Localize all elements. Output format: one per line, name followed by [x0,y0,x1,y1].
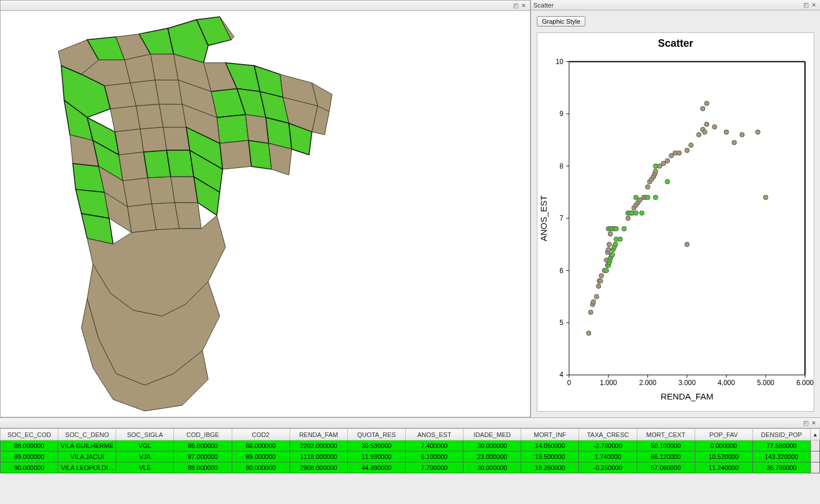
scatter-point[interactable] [645,185,650,189]
table-cell[interactable]: VILA LEOPOLDI... [58,462,116,473]
scatter-point[interactable] [703,130,707,135]
table-cell[interactable]: VILA GUILHERME [58,440,116,451]
scatter-point[interactable] [598,279,603,283]
undock-icon[interactable]: ◰ [802,1,810,9]
scatter-point[interactable] [713,125,717,129]
table-cell[interactable]: 2908.000000 [290,462,347,473]
scatter-point[interactable] [704,101,709,106]
scatter-point[interactable] [685,242,689,247]
table-cell[interactable]: -0.250000 [579,462,637,473]
close-icon[interactable]: ✕ [520,2,528,10]
scatter-point[interactable] [633,195,638,200]
table-cell[interactable]: 57.060000 [637,462,695,473]
scatter-point[interactable] [645,195,650,200]
scatter-point[interactable] [763,195,768,200]
close-icon[interactable]: ✕ [810,419,818,427]
col-header[interactable]: QUOTA_RES [347,429,405,440]
col-header[interactable]: MORT_INF [521,429,579,440]
scatter-point[interactable] [653,195,658,200]
col-header[interactable]: DENSID_POP [752,429,810,440]
table-cell[interactable]: 30.530000 [347,440,405,451]
scatter-point[interactable] [622,226,626,231]
col-header[interactable]: MORT_CEXT [637,429,695,440]
scatter-point[interactable] [653,164,658,169]
scatter-point[interactable] [640,211,644,215]
scatter-point[interactable] [665,159,670,163]
scroll-up-icon[interactable]: ▴ [811,429,820,440]
scatter-chart[interactable]: Scatter 01.0002.0003.0004.0005.0006.0004… [537,32,814,412]
col-header[interactable]: COD_IBGE [174,429,232,440]
scatter-point[interactable] [606,247,611,252]
scatter-point[interactable] [607,242,611,247]
col-header[interactable]: SOC_C_DENO [58,429,116,440]
table-cell[interactable]: 11.240000 [695,462,752,473]
table-cell[interactable]: 88.000000 [232,440,290,451]
col-header[interactable]: COD2 [232,429,290,440]
data-table[interactable]: SOC_EC_CODSOC_C_DENOSOC_SIGLACOD_IBGECOD… [0,428,820,504]
col-header[interactable]: ANOS_EST [405,429,463,440]
table-cell[interactable]: 44.390000 [347,462,405,473]
table-cell[interactable]: 10.520000 [695,451,752,462]
scatter-point[interactable] [596,284,601,289]
table-cell[interactable]: 50.100000 [637,440,695,451]
table-cell[interactable]: 30.000000 [463,440,521,451]
table-cell[interactable]: 89.000000 [232,451,290,462]
table-cell[interactable]: 14.050000 [521,440,579,451]
scatter-point[interactable] [653,169,658,174]
scatter-point[interactable] [677,151,681,155]
table-cell[interactable]: VLE [116,462,174,473]
col-header[interactable]: RENDA_FAM [290,429,347,440]
scatter-point[interactable] [614,226,618,231]
scatter-point[interactable] [608,232,613,236]
table-cell[interactable]: 6.100000 [405,451,463,462]
table-cell[interactable]: 87.000000 [174,451,232,462]
table-cell[interactable]: VILA JACUI [58,451,116,462]
table-row[interactable]: 90.000000VILA LEOPOLDI...VLE88.00000090.… [1,462,820,473]
table-cell[interactable]: 143.320000 [752,451,810,462]
table-cell[interactable]: 36.790000 [752,462,810,473]
table-cell[interactable]: 1.740000 [579,451,637,462]
col-header[interactable]: SOC_EC_COD [1,429,58,440]
map-canvas[interactable] [1,11,530,417]
table-cell[interactable]: 7.400000 [405,440,463,451]
scatter-point[interactable] [696,132,701,137]
scatter-point[interactable] [594,294,599,299]
table-cell[interactable]: 11.930000 [347,451,405,462]
table-cell[interactable]: 0.000000 [695,440,752,451]
table-cell[interactable]: 86.000000 [174,440,232,451]
table-cell[interactable]: 30.000000 [463,462,521,473]
table-cell[interactable]: 77.580000 [752,440,810,451]
scatter-point[interactable] [740,132,744,137]
table-cell[interactable]: 86.120000 [637,451,695,462]
table-row[interactable]: 89.000000VILA JACUIVJA87.00000089.000000… [1,451,820,462]
undock-icon[interactable]: ◰ [802,419,810,427]
scatter-point[interactable] [587,331,591,335]
table-cell[interactable]: 90.000000 [1,462,58,473]
scatter-point[interactable] [599,274,604,278]
scatter-point[interactable] [685,148,689,153]
scatter-point[interactable] [704,122,709,126]
table-cell[interactable]: 18.260000 [521,462,579,473]
close-icon[interactable]: ✕ [810,1,818,9]
col-header[interactable]: TAXA_CRESC [579,429,637,440]
choropleth-map[interactable] [1,11,530,417]
scatter-point[interactable] [724,130,729,135]
scatter-point[interactable] [613,242,618,247]
table-cell[interactable]: 88.000000 [174,462,232,473]
col-header[interactable]: POP_FAV [695,429,752,440]
scatter-point[interactable] [700,106,705,111]
table-cell[interactable]: 7.700000 [405,462,463,473]
undock-icon[interactable]: ◰ [511,2,520,10]
table-cell[interactable]: 90.000000 [232,462,290,473]
table-cell[interactable]: -2.780000 [579,440,637,451]
table-cell[interactable]: 23.000000 [463,451,521,462]
scatter-point[interactable] [604,268,608,273]
table-cell[interactable]: VGL [116,440,174,451]
scatter-point[interactable] [626,216,630,221]
table-cell[interactable]: VJA [116,451,174,462]
scatter-point[interactable] [633,211,638,215]
table-cell[interactable]: 19.500000 [521,451,579,462]
scatter-point[interactable] [665,180,670,184]
table-cell[interactable]: 88.000000 [1,440,58,451]
scatter-point[interactable] [610,252,615,257]
